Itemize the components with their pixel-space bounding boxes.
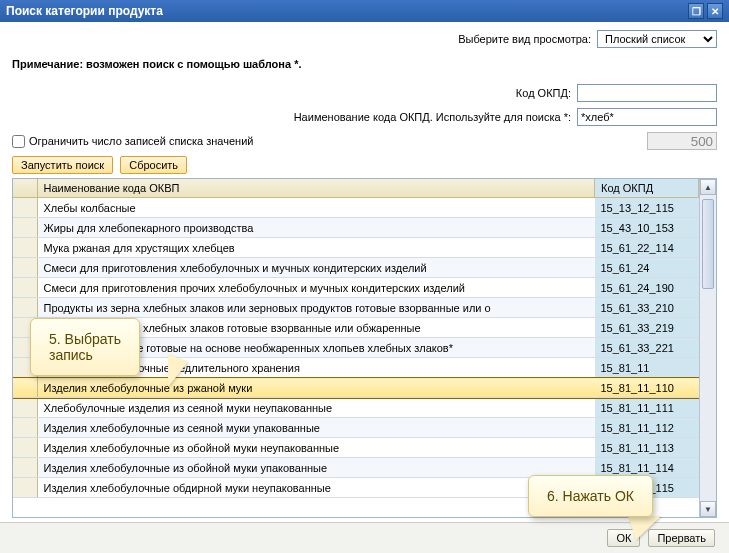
table-row[interactable]: Жиры для хлебопекарного производства15_4… — [13, 218, 699, 238]
table-row[interactable]: Изделия хлебобулочные из обойной муки не… — [13, 438, 699, 458]
cell-name: Смеси для приготовления прочих хлебобуло… — [37, 278, 595, 298]
table-row[interactable]: Мука ржаная для хрустящих хлебцев15_61_2… — [13, 238, 699, 258]
col-stub[interactable] — [13, 179, 37, 198]
table-row[interactable]: Изделия хлебобулочные из ржаной муки15_8… — [13, 378, 699, 398]
row-stub[interactable] — [13, 258, 37, 278]
scroll-thumb[interactable] — [702, 199, 714, 289]
row-stub[interactable] — [13, 458, 37, 478]
table-row[interactable]: Изделия хлебобулочные из сеяной муки упа… — [13, 418, 699, 438]
scroll-down-icon[interactable]: ▼ — [700, 501, 716, 517]
note-text: Примечание: возможен поиск с помощью шаб… — [12, 58, 717, 70]
cell-name: Изделия хлебобулочные из сеяной муки упа… — [37, 418, 595, 438]
cell-name: Хлебобулочные изделия из сеяной муки неу… — [37, 398, 595, 418]
row-stub[interactable] — [13, 398, 37, 418]
row-stub[interactable] — [13, 218, 37, 238]
row-stub[interactable] — [13, 198, 37, 218]
view-select[interactable]: Плоский список — [597, 30, 717, 48]
close-icon[interactable]: ✕ — [707, 3, 723, 19]
cell-code: 15_81_11_111 — [595, 398, 699, 418]
cell-code: 15_61_33_219 — [595, 318, 699, 338]
limit-value — [647, 132, 717, 150]
cell-code: 15_13_12_115 — [595, 198, 699, 218]
cell-name: Смеси для приготовления хлебобулочных и … — [37, 258, 595, 278]
table-row[interactable]: Хлебы колбасные15_13_12_115 — [13, 198, 699, 218]
scrollbar[interactable]: ▲ ▼ — [699, 179, 716, 517]
window-title: Поиск категории продукта — [6, 4, 163, 18]
cell-code: 15_81_11_112 — [595, 418, 699, 438]
cell-name: Продукты из зерна хлебных злаков или зер… — [37, 298, 595, 318]
cell-code: 15_81_11_110 — [595, 378, 699, 398]
dialog-footer: ОК Прервать — [0, 522, 729, 553]
cell-name: Мука ржаная для хрустящих хлебцев — [37, 238, 595, 258]
limit-label: Ограничить число записей списка значений — [29, 135, 253, 147]
cell-code: 15_81_11_113 — [595, 438, 699, 458]
search-button[interactable]: Запустить поиск — [12, 156, 113, 174]
cell-code: 15_61_24 — [595, 258, 699, 278]
cell-code: 15_43_10_153 — [595, 218, 699, 238]
code-input[interactable] — [577, 84, 717, 102]
cell-code: 15_61_24_190 — [595, 278, 699, 298]
callout-pointer-icon — [168, 354, 188, 387]
cell-name: Изделия хлебобулочные из ржаной муки — [37, 378, 595, 398]
table-row[interactable]: Смеси для приготовления прочих хлебобуло… — [13, 278, 699, 298]
cell-code: 15_61_33_221 — [595, 338, 699, 358]
row-stub[interactable] — [13, 378, 37, 398]
callout-press-ok: 6. Нажать ОК — [528, 475, 653, 517]
name-label: Наименование кода ОКПД. Используйте для … — [12, 111, 577, 123]
col-code-header[interactable]: Код ОКПД — [595, 179, 699, 198]
row-stub[interactable] — [13, 438, 37, 458]
detach-icon[interactable]: ❐ — [688, 3, 704, 19]
row-stub[interactable] — [13, 238, 37, 258]
row-stub[interactable] — [13, 278, 37, 298]
cell-name: Изделия хлебобулочные из обойной муки не… — [37, 438, 595, 458]
callout-pointer-icon — [628, 516, 661, 540]
table-row[interactable]: Смеси для приготовления хлебобулочных и … — [13, 258, 699, 278]
code-label: Код ОКПД: — [12, 87, 577, 99]
row-stub[interactable] — [13, 478, 37, 498]
cell-name: Изделия хлебобулочные обдирной муки неуп… — [37, 478, 595, 498]
name-input[interactable] — [577, 108, 717, 126]
view-label: Выберите вид просмотра: — [458, 33, 591, 45]
cell-name: Жиры для хлебопекарного производства — [37, 218, 595, 238]
row-stub[interactable] — [13, 298, 37, 318]
callout-select-row: 5. Выбрать запись — [30, 318, 140, 376]
cell-name: Изделия хлебобулочные из обойной муки уп… — [37, 458, 595, 478]
cell-code: 15_81_11 — [595, 358, 699, 378]
row-stub[interactable] — [13, 418, 37, 438]
reset-button[interactable]: Сбросить — [120, 156, 187, 174]
table-row[interactable]: Продукты из зерна хлебных злаков или зер… — [13, 298, 699, 318]
cell-code: 15_61_22_114 — [595, 238, 699, 258]
limit-checkbox[interactable] — [12, 135, 25, 148]
cell-code: 15_61_33_210 — [595, 298, 699, 318]
table-row[interactable]: Хлебобулочные изделия из сеяной муки неу… — [13, 398, 699, 418]
titlebar: Поиск категории продукта ❐ ✕ — [0, 0, 729, 22]
cell-name: Хлебы колбасные — [37, 198, 595, 218]
col-name-header[interactable]: Наименование кода ОКВП — [37, 179, 595, 198]
scroll-up-icon[interactable]: ▲ — [700, 179, 716, 195]
